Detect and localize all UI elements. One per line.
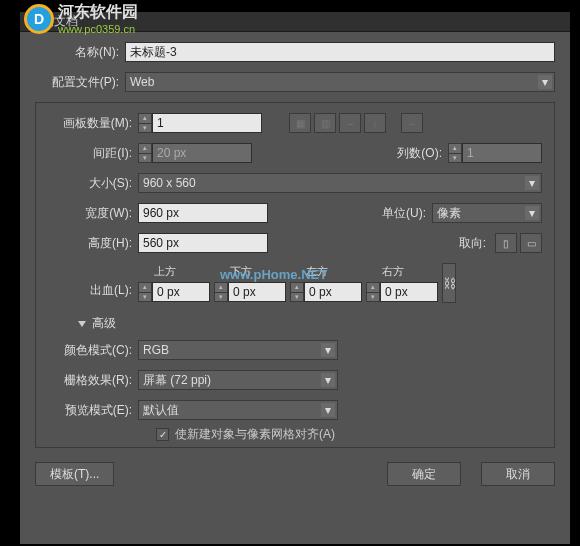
chevron-down-icon: ▾ <box>321 403 335 417</box>
color-mode-dropdown[interactable]: RGB ▾ <box>138 340 338 360</box>
triangle-down-icon <box>78 321 86 327</box>
bleed-right-stepper[interactable]: ▴▾ <box>366 282 380 302</box>
bleed-bottom-input[interactable] <box>228 282 286 302</box>
profile-label: 配置文件(P): <box>35 74 125 91</box>
align-grid-checkbox[interactable]: ✓ <box>156 428 169 441</box>
chevron-down-icon: ▾ <box>321 343 335 357</box>
spacing-label: 间距(I): <box>48 145 138 162</box>
watermark-center: www.pHome.NET <box>220 267 327 282</box>
bleed-top-stepper[interactable]: ▴▾ <box>138 282 152 302</box>
height-input[interactable] <box>138 233 268 253</box>
grid-col-icon: ▥ <box>314 113 336 133</box>
arrange-down-icon: ↓ <box>364 113 386 133</box>
orientation-portrait-icon[interactable]: ▯ <box>495 233 517 253</box>
bleed-top-input[interactable] <box>152 282 210 302</box>
align-grid-label: 使新建对象与像素网格对齐(A) <box>175 426 335 443</box>
name-label: 名称(N): <box>35 44 125 61</box>
columns-input <box>462 143 542 163</box>
new-document-dialog: 名称(N): 配置文件(P): Web ▾ 画板数量(M): ▴▾ ▦ ▥ → … <box>20 32 570 544</box>
orientation-label: 取向: <box>452 235 492 252</box>
raster-dropdown[interactable]: 屏幕 (72 ppi) ▾ <box>138 370 338 390</box>
arrange-ltr-icon: → <box>339 113 361 133</box>
columns-stepper: ▴▾ <box>448 143 462 163</box>
watermark-logo: D 河东软件园 www.pc0359.cn <box>24 2 138 35</box>
grid-row-icon: ▦ <box>289 113 311 133</box>
ok-button[interactable]: 确定 <box>387 462 461 486</box>
size-dropdown[interactable]: 960 x 560 ▾ <box>138 173 542 193</box>
spacing-stepper: ▴▾ <box>138 143 152 163</box>
chevron-down-icon: ▾ <box>525 176 539 190</box>
units-label: 单位(U): <box>372 205 432 222</box>
spacing-input <box>152 143 252 163</box>
bleed-link-icon[interactable]: ⛓ <box>442 263 456 303</box>
preview-dropdown[interactable]: 默认值 ▾ <box>138 400 338 420</box>
watermark-site-url: www.pc0359.cn <box>58 23 138 35</box>
size-label: 大小(S): <box>48 175 138 192</box>
watermark-badge: D <box>24 4 54 34</box>
bleed-label: 出血(L): <box>48 282 138 303</box>
bleed-right-label: 右方 <box>366 264 438 279</box>
height-label: 高度(H): <box>48 235 138 252</box>
bleed-bottom-stepper[interactable]: ▴▾ <box>214 282 228 302</box>
watermark-site-name: 河东软件园 <box>58 2 138 23</box>
chevron-down-icon: ▾ <box>525 206 539 220</box>
arrange-right-icon: → <box>401 113 423 133</box>
columns-label: 列数(O): <box>378 145 448 162</box>
chevron-down-icon: ▾ <box>538 75 552 89</box>
bleed-left-stepper[interactable]: ▴▾ <box>290 282 304 302</box>
width-label: 宽度(W): <box>48 205 138 222</box>
name-input[interactable] <box>125 42 555 62</box>
color-mode-label: 颜色模式(C): <box>48 342 138 359</box>
template-button[interactable]: 模板(T)... <box>35 462 114 486</box>
bleed-right-input[interactable] <box>380 282 438 302</box>
profile-dropdown[interactable]: Web ▾ <box>125 72 555 92</box>
artboard-count-label: 画板数量(M): <box>48 115 138 132</box>
artboard-count-input[interactable] <box>152 113 262 133</box>
orientation-landscape-icon[interactable]: ▭ <box>520 233 542 253</box>
cancel-button[interactable]: 取消 <box>481 462 555 486</box>
bleed-left-input[interactable] <box>304 282 362 302</box>
raster-label: 栅格效果(R): <box>48 372 138 389</box>
units-dropdown[interactable]: 像素 ▾ <box>432 203 542 223</box>
artboard-count-stepper[interactable]: ▴▾ <box>138 113 152 133</box>
width-input[interactable] <box>138 203 268 223</box>
chevron-down-icon: ▾ <box>321 373 335 387</box>
preview-label: 预览模式(E): <box>48 402 138 419</box>
bleed-top-label: 上方 <box>138 264 210 279</box>
advanced-toggle[interactable]: 高级 <box>78 315 542 332</box>
